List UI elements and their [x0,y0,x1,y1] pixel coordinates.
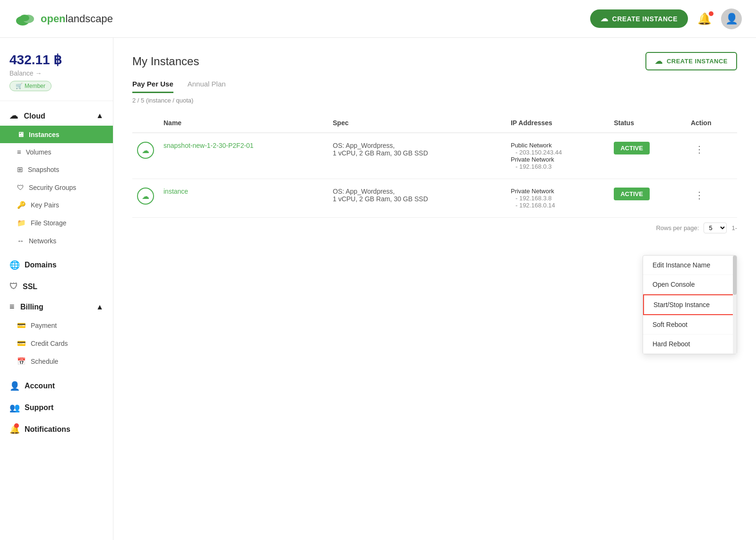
logo: openlandscape [14,10,113,27]
action-menu-button-1[interactable]: ⋮ [691,142,708,157]
col-header-name [132,113,159,133]
instance-ip-cell-1: Public Network - 203.150.243.44 Private … [506,133,609,179]
table-row: ☁ snapshot-new-1-2-30-P2F2-01 OS: App_Wo… [132,133,737,179]
page-info: 1- [731,224,737,231]
billing-section-label: Billing [20,303,43,311]
content-header: My Instances ☁ CREATE INSTANCE [132,52,737,70]
instance-icon-2: ☁ [137,188,154,205]
table-row: ☁ instance OS: App_Wordpress, 1 vCPU, 2 … [132,179,737,218]
sidebar-item-volumes[interactable]: ≡ Volumes [0,143,113,161]
member-icon: 🛒 [16,83,23,89]
cloud-icon: ☁ [601,14,609,23]
status-badge-2: ACTIVE [614,188,650,200]
billing-section-icon: ≡ [9,302,15,311]
sidebar-item-key-pairs[interactable]: 🔑 Key Pairs [0,196,113,214]
sidebar-item-instances[interactable]: 🖥 Instances [0,126,113,143]
instance-spec-cell-1: OS: App_Wordpress, 1 vCPU, 2 GB Ram, 30 … [328,133,506,179]
sidebar-item-schedule[interactable]: 📅 Schedule [0,352,113,370]
balance-amount: 432.11 ฿ [9,52,103,68]
instance-status-cell-2: ACTIVE [609,179,686,218]
dropdown-item-start-stop[interactable]: Start/Stop Instance [643,294,737,315]
sidebar-item-snapshots[interactable]: ⊞ Snapshots [0,161,113,179]
cloud-section-header[interactable]: ☁ Cloud ▲ [0,106,113,126]
sidebar-balance: 432.11 ฿ Balance → 🛒 Member [0,47,113,101]
member-badge: 🛒 Member [9,81,52,91]
account-icon: 👤 [9,381,20,391]
chevron-up-billing-icon: ▲ [96,303,103,311]
instance-ip-cell-2: Private Network - 192.168.3.8 - 192.168.… [506,179,609,218]
sidebar-item-security-groups[interactable]: 🛡 Security Groups [0,179,113,196]
billing-section-header[interactable]: ≡ Billing ▲ [0,297,113,317]
tab-annual-plan[interactable]: Annual Plan [188,80,226,93]
dropdown-item-edit-name[interactable]: Edit Instance Name [643,256,737,275]
instance-action-cell-2: ⋮ [686,179,737,218]
instances-icon: 🖥 [17,130,24,138]
pagination-row: Rows per page: 5 10 20 1- [132,223,737,233]
credit-cards-icon: 💳 [17,339,26,348]
domains-icon: 🌐 [9,260,20,270]
volumes-icon: ≡ [17,148,21,156]
notification-badge [709,11,713,16]
topbar: openlandscape ☁ CREATE INSTANCE 🔔 👤 [0,0,756,38]
logo-text: openlandscape [41,13,113,25]
action-menu-button-2[interactable]: ⋮ [691,188,708,203]
instance-name-cell-1: snapshot-new-1-2-30-P2F2-01 [159,133,328,179]
sidebar-item-credit-cards[interactable]: 💳 Credit Cards [0,334,113,352]
dropdown-item-hard-reboot[interactable]: Hard Reboot [643,334,737,354]
sidebar-item-ssl[interactable]: 🛡 SSL [0,276,113,297]
ssl-icon: 🛡 [9,282,18,291]
create-instance-top-button[interactable]: ☁ CREATE INSTANCE [590,9,688,28]
payment-icon: 💳 [17,321,26,330]
quota-info: 2 / 5 (instance / quota) [132,97,737,104]
dropdown-item-open-console[interactable]: Open Console [643,275,737,294]
rows-per-page-select[interactable]: 5 10 20 [704,223,727,233]
dropdown-item-soft-reboot[interactable]: Soft Reboot [643,315,737,334]
instance-icon-1: ☁ [137,142,154,159]
snapshots-icon: ⊞ [17,165,23,174]
rows-per-page-label: Rows per page: [656,224,699,231]
networks-icon: ↔ [17,237,24,245]
support-icon: 👥 [9,403,20,413]
sidebar-item-networks[interactable]: ↔ Networks [0,232,113,249]
instances-table: Name Spec IP Addresses Status Action [132,113,737,218]
dropdown-scrollbar-thumb [733,256,737,295]
instance-name-link-2[interactable]: instance [163,188,188,195]
sidebar-cloud-section: ☁ Cloud ▲ 🖥 Instances ≡ Volumes ⊞ Snapsh… [0,106,113,254]
col-header-spec: Spec [328,113,506,133]
logo-icon [14,10,37,27]
tabs: Pay Per Use Annual Plan [132,80,737,93]
schedule-icon: 📅 [17,357,26,366]
sidebar-item-account[interactable]: 👤 Account [0,375,113,397]
instance-name-cell-2: instance [159,179,328,218]
file-storage-icon: 📁 [17,219,26,227]
avatar-icon: 👤 [725,13,738,25]
tab-pay-per-use[interactable]: Pay Per Use [132,80,173,93]
col-header-name-label: Name [159,113,328,133]
svg-point-2 [20,15,29,21]
create-instance-cloud-icon: ☁ [655,57,663,66]
sidebar-item-domains[interactable]: 🌐 Domains [0,254,113,276]
topbar-right: ☁ CREATE INSTANCE 🔔 👤 [590,9,742,29]
instance-spec-cell-2: OS: App_Wordpress, 1 vCPU, 2 GB Ram, 30 … [328,179,506,218]
chevron-up-icon: ▲ [96,111,103,120]
create-instance-label: CREATE INSTANCE [667,58,728,65]
avatar-button[interactable]: 👤 [721,9,742,29]
sidebar-item-payment[interactable]: 💳 Payment [0,317,113,334]
col-header-action: Action [686,113,737,133]
sidebar-item-file-storage[interactable]: 📁 File Storage [0,214,113,232]
col-header-ip: IP Addresses [506,113,609,133]
content-area: My Instances ☁ CREATE INSTANCE Pay Per U… [113,38,756,540]
instance-name-link-1[interactable]: snapshot-new-1-2-30-P2F2-01 [163,142,254,149]
col-header-status: Status [609,113,686,133]
main-layout: 432.11 ฿ Balance → 🛒 Member ☁ Cloud ▲ 🖥 [0,38,756,540]
dropdown-menu: Edit Instance Name Open Console Start/St… [643,255,737,354]
create-instance-top-label: CREATE INSTANCE [612,15,678,23]
notifications-button[interactable]: 🔔 [697,12,712,26]
instance-status-cell-1: ACTIVE [609,133,686,179]
sidebar-item-support[interactable]: 👥 Support [0,397,113,419]
create-instance-button[interactable]: ☁ CREATE INSTANCE [645,52,737,70]
balance-link[interactable]: Balance → [9,69,103,77]
sidebar-item-notifications[interactable]: 🔔 Notifications [0,419,113,440]
instance-icon-cell-2: ☁ [132,179,159,218]
key-pairs-icon: 🔑 [17,201,26,209]
